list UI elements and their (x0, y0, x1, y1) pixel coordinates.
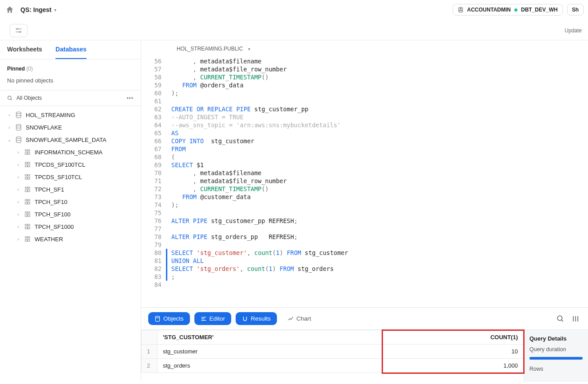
svg-rect-42 (28, 239, 30, 242)
svg-point-5 (20, 31, 21, 33)
svg-rect-20 (28, 175, 30, 176)
results-grid[interactable]: 'STG_CUSTOMER' COUNT(1) 1stg_customer102… (141, 330, 524, 382)
role-warehouse-selector[interactable]: ACCOUNTADMIN DBT_DEV_WH (453, 4, 563, 16)
svg-point-43 (155, 316, 159, 318)
table-row[interactable]: 1stg_customer10 (142, 345, 524, 359)
tree-item[interactable]: ›TPCH_SF1000 (0, 220, 141, 233)
svg-point-6 (8, 96, 12, 99)
table-row[interactable]: 2stg_orders1,000 (142, 359, 524, 373)
svg-rect-14 (28, 153, 30, 155)
svg-point-8 (16, 112, 21, 114)
status-dot-icon (514, 8, 517, 12)
rows-label: Rows (529, 366, 543, 372)
cell[interactable]: 1,000 (383, 359, 523, 373)
svg-point-1 (460, 8, 461, 9)
chevron-icon: › (16, 224, 20, 229)
warehouse-label: DBT_DEV_WH (521, 7, 558, 13)
tree-item[interactable]: ⌄SNOWFLAKE_SAMPLE_DATA (0, 133, 141, 146)
tree-item-label: INFORMATION_SCHEMA (35, 149, 103, 156)
tree-item[interactable]: ›TPCDS_SF10TCL (0, 171, 141, 183)
svg-rect-18 (28, 165, 30, 167)
context-label: HOL_STREAMING.PUBLIC (177, 46, 243, 52)
row-num-header (142, 330, 158, 345)
svg-rect-38 (28, 227, 30, 229)
all-objects-label: All Objects (16, 95, 42, 101)
tree-item[interactable]: ›TPCH_SF1 (0, 183, 141, 196)
cell[interactable]: 10 (383, 345, 523, 359)
svg-rect-16 (28, 162, 30, 164)
tab-worksheets[interactable]: Worksheets (7, 46, 42, 59)
tree-item[interactable]: ›TPCDS_SF100TCL (0, 158, 141, 171)
details-title: Query Details (529, 335, 583, 342)
tree-item[interactable]: ›TPCH_SF100 (0, 208, 141, 220)
cell[interactable]: stg_customer (158, 345, 383, 359)
search-icon[interactable] (555, 313, 566, 324)
svg-rect-23 (25, 187, 28, 188)
chevron-icon: › (16, 187, 20, 192)
tree-item-label: TPCH_SF1000 (35, 223, 74, 230)
svg-point-3 (17, 28, 18, 30)
svg-rect-32 (28, 212, 30, 213)
chevron-icon: › (16, 212, 20, 217)
svg-rect-41 (25, 239, 28, 242)
svg-rect-19 (25, 175, 28, 176)
chevron-icon: › (16, 200, 20, 204)
cell[interactable]: stg_orders (158, 359, 383, 373)
editor-pill[interactable]: Editor (194, 312, 231, 325)
query-details-panel: Query Details Query duration Rows (524, 330, 588, 382)
tree-item-label: HOL_STREAMING (26, 112, 75, 118)
all-objects-search[interactable]: All Objects (7, 95, 42, 101)
svg-rect-33 (25, 215, 28, 217)
svg-rect-17 (25, 165, 28, 167)
tab-databases[interactable]: Databases (55, 46, 87, 59)
share-button[interactable]: Sh (567, 4, 584, 16)
objects-pill[interactable]: Objects (148, 312, 190, 325)
columns-icon[interactable] (570, 313, 581, 324)
svg-rect-22 (28, 177, 30, 180)
sub-bar: Update (0, 20, 588, 40)
results-pill[interactable]: Results (236, 312, 277, 325)
chevron-down-icon[interactable]: ▾ (54, 8, 56, 12)
svg-rect-39 (25, 237, 28, 238)
svg-rect-40 (28, 237, 30, 238)
tree-item[interactable]: ›INFORMATION_SCHEMA (0, 146, 141, 158)
home-icon[interactable] (5, 5, 20, 14)
svg-rect-21 (25, 177, 28, 180)
chevron-icon: › (16, 175, 20, 180)
col-header-1[interactable]: COUNT(1) (383, 330, 523, 345)
updated-label: Update (564, 27, 582, 34)
svg-rect-35 (25, 224, 28, 226)
tree-item-label: SNOWFLAKE_SAMPLE_DATA (26, 137, 107, 143)
svg-rect-26 (28, 190, 30, 192)
duration-bar (529, 357, 583, 360)
tree-item[interactable]: ›HOL_STREAMING (0, 109, 141, 121)
filter-button[interactable] (10, 24, 28, 37)
chart-pill[interactable]: Chart (281, 312, 317, 325)
chevron-icon: › (16, 237, 20, 242)
svg-point-47 (557, 316, 562, 321)
tree-item-label: TPCH_SF1 (35, 186, 64, 193)
svg-line-7 (11, 99, 12, 100)
tree-item[interactable]: ›TPCH_SF10 (0, 196, 141, 208)
svg-rect-29 (25, 202, 28, 204)
chevron-down-icon: ▾ (248, 47, 250, 51)
worksheet-title[interactable]: QS: Ingest (20, 6, 51, 13)
col-header-0[interactable]: 'STG_CUSTOMER' (158, 330, 383, 345)
tree-item-label: TPCDS_SF10TCL (35, 174, 82, 180)
svg-rect-37 (25, 227, 28, 229)
tree-item-label: TPCH_SF10 (35, 199, 67, 205)
tree-item[interactable]: ›WEATHER (0, 233, 141, 245)
svg-rect-27 (25, 200, 28, 201)
top-bar: QS: Ingest ▾ ACCOUNTADMIN DBT_DEV_WH Sh (0, 0, 588, 20)
context-selector[interactable]: HOL_STREAMING.PUBLIC ▾ (141, 40, 588, 57)
chevron-icon: › (16, 150, 20, 155)
svg-rect-36 (28, 224, 30, 226)
svg-rect-13 (25, 153, 28, 155)
duration-label: Query duration (529, 346, 566, 353)
tree-item-label: TPCDS_SF100TCL (35, 161, 85, 168)
svg-rect-28 (28, 200, 30, 201)
more-icon[interactable]: ••• (126, 95, 134, 101)
code-editor[interactable]: 5657585960616263646566676869707172737475… (141, 57, 588, 307)
svg-rect-24 (28, 187, 30, 188)
tree-item[interactable]: ›SNOWFLAKE (0, 121, 141, 133)
